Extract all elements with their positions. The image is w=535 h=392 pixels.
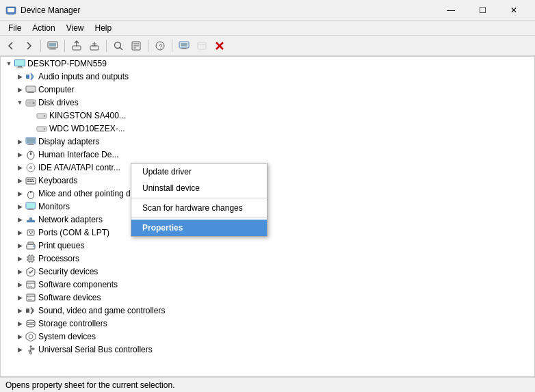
svg-rect-77 — [27, 230, 34, 235]
svg-rect-1 — [8, 8, 14, 12]
expander-usb[interactable]: ▶ — [14, 344, 25, 355]
tree-item-storage[interactable]: ▶ Storage controllers — [1, 317, 534, 330]
expander-sound[interactable]: ▶ — [14, 305, 25, 316]
ctx-update-driver[interactable]: Update driver — [131, 164, 267, 180]
diskdrives-icon — [25, 97, 36, 108]
display-device-button[interactable] — [176, 38, 192, 54]
help-toolbar-button[interactable]: ? — [152, 38, 168, 54]
expander-computer[interactable]: ▶ — [14, 84, 25, 95]
close-button[interactable]: ✕ — [498, 0, 530, 21]
restore-button[interactable]: ☐ — [467, 0, 498, 21]
update-driver-toolbar-button[interactable] — [68, 38, 85, 54]
tree-item-audio[interactable]: ▶ Audio inputs and outputs — [1, 70, 534, 83]
svg-rect-60 — [27, 181, 29, 182]
expander-processors[interactable]: ▶ — [14, 253, 25, 264]
svg-rect-29 — [16, 67, 23, 68]
expander-display[interactable]: ▶ — [14, 136, 25, 147]
expander-security[interactable]: ▶ — [14, 266, 25, 277]
expander-print[interactable]: ▶ — [14, 240, 25, 251]
tree-item-network[interactable]: ▶ Network adapters — [1, 213, 534, 226]
uninstall-toolbar-button[interactable] — [86, 38, 103, 54]
expander-keyboards[interactable]: ▶ — [14, 175, 25, 186]
svg-line-76 — [31, 220, 34, 220]
computer-sub-icon — [25, 84, 36, 95]
tree-label-wdc: WDC WD10EZEX-... — [49, 124, 125, 133]
tree-item-computer[interactable]: ▶ Computer — [1, 83, 534, 96]
tree-item-ide[interactable]: ▶ IDE ATA/ATAPI contr... — [1, 161, 534, 174]
back-button[interactable] — [3, 38, 19, 54]
svg-point-104 — [27, 320, 35, 323]
tree-item-hid[interactable]: ▶ Human Interface De... — [1, 148, 534, 161]
minimize-button[interactable]: — — [435, 0, 467, 21]
tree-item-diskdrives[interactable]: ▼ Disk drives — [1, 96, 534, 109]
expander-storage[interactable]: ▶ — [14, 318, 25, 329]
tree-item-root[interactable]: ▼ DESKTOP-FDMN559 — [1, 57, 534, 70]
menu-action[interactable]: Action — [27, 22, 60, 34]
tree-item-softwarecomponents[interactable]: ▶ Software components — [1, 278, 534, 291]
computer-icon — [14, 58, 25, 69]
main-area: ▼ DESKTOP-FDMN559 ▶ Audio — [0, 56, 535, 377]
ctx-uninstall-device[interactable]: Uninstall device — [131, 180, 267, 196]
svg-rect-56 — [27, 179, 29, 181]
tree-item-softwaredevices[interactable]: ▶ Software devices — [1, 291, 534, 304]
forward-button[interactable] — [21, 38, 37, 54]
expander-softwarecomponents[interactable]: ▶ — [14, 279, 25, 290]
expander-ide[interactable]: ▶ — [14, 162, 25, 173]
tree-item-wdc[interactable]: ▶ WDC WD10EZEX-... — [1, 122, 534, 135]
svg-rect-7 — [49, 49, 56, 49]
svg-text:?: ? — [159, 43, 163, 50]
properties-toolbar-button[interactable] — [128, 38, 144, 54]
tree-label-softwarecomponents: Software components — [38, 280, 118, 289]
svg-rect-32 — [27, 87, 35, 91]
tree-item-display[interactable]: ▶ Display adapters — [1, 135, 534, 148]
tree-item-usb[interactable]: ▶ Universal Serial Bus controllers — [1, 343, 534, 356]
menu-file[interactable]: File — [3, 22, 27, 34]
svg-point-78 — [29, 231, 30, 233]
svg-rect-97 — [28, 285, 31, 285]
show-computer-button[interactable] — [44, 38, 61, 54]
menu-view[interactable]: View — [61, 22, 90, 34]
tree-item-sysdevices[interactable]: ▶ System devices — [1, 330, 534, 343]
disabled-button-1 — [194, 38, 210, 54]
svg-point-107 — [27, 324, 35, 327]
tree-item-ports[interactable]: ▶ Ports (COM & LPT) — [1, 226, 534, 239]
svg-rect-9 — [90, 46, 99, 50]
hid-icon — [25, 149, 36, 160]
tree-item-mice[interactable]: ▶ Mice and other pointing devices — [1, 187, 534, 200]
tree-item-monitors[interactable]: ▶ Monitors — [1, 200, 534, 213]
scan-hardware-toolbar-button[interactable] — [110, 38, 127, 54]
ctx-properties[interactable]: Properties — [131, 220, 267, 236]
expander-audio[interactable]: ▶ — [14, 71, 25, 82]
tree-item-processors[interactable]: ▶ Processors — [1, 252, 534, 265]
ctx-scan-hardware[interactable]: Scan for hardware changes — [131, 200, 267, 216]
svg-rect-48 — [27, 144, 34, 145]
tree-label-ide: IDE ATA/ATAPI contr... — [38, 163, 120, 172]
expander-diskdrives[interactable]: ▼ — [14, 97, 25, 108]
tree-item-print[interactable]: ▶ Print queues — [1, 239, 534, 252]
expander-root[interactable]: ▼ — [3, 58, 14, 69]
svg-rect-102 — [28, 299, 32, 300]
sysdevices-icon — [25, 331, 36, 342]
expander-hid[interactable]: ▶ — [14, 149, 25, 160]
tree-item-security[interactable]: ▶ Security devices — [1, 265, 534, 278]
menu-help[interactable]: Help — [90, 22, 118, 34]
expander-sysdevices[interactable]: ▶ — [14, 331, 25, 342]
svg-rect-47 — [29, 144, 33, 144]
ports-icon — [25, 227, 36, 238]
tree-item-sound[interactable]: ▶ Sound, video and game controllers — [1, 304, 534, 317]
svg-line-11 — [120, 47, 123, 50]
device-tree[interactable]: ▼ DESKTOP-FDMN559 ▶ Audio — [0, 56, 535, 377]
tree-item-keyboards[interactable]: ▶ Keyboards — [1, 174, 534, 187]
expander-softwaredevices[interactable]: ▶ — [14, 292, 25, 303]
tree-item-kingston[interactable]: ▶ KINGSTON SA400... — [1, 109, 534, 122]
expander-ports[interactable]: ▶ — [14, 227, 25, 238]
tree-label-sysdevices: System devices — [38, 332, 96, 341]
expander-mice[interactable]: ▶ — [14, 188, 25, 199]
remove-device-button[interactable] — [211, 38, 228, 54]
tree-label-ports: Ports (COM & LPT) — [38, 228, 109, 237]
monitors-icon — [25, 201, 36, 212]
expander-monitors[interactable]: ▶ — [14, 201, 25, 212]
svg-rect-58 — [31, 179, 33, 181]
expander-network[interactable]: ▶ — [14, 214, 25, 225]
kingston-icon — [36, 110, 47, 121]
